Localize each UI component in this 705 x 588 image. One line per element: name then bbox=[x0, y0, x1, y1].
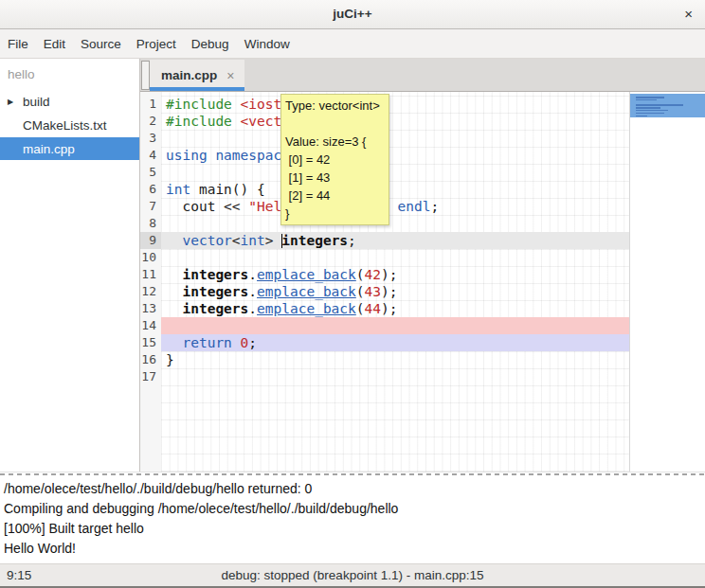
code-text[interactable]: integers.emplace_back(44); bbox=[161, 300, 629, 317]
code-token: 43 bbox=[365, 284, 381, 299]
expander-triangle-icon[interactable]: ▶ bbox=[0, 98, 23, 106]
line-number[interactable]: 17 bbox=[140, 368, 161, 385]
code-token: integers bbox=[182, 267, 248, 282]
minimap-code-line bbox=[636, 99, 657, 101]
line-number[interactable]: 14 bbox=[140, 317, 161, 334]
debug-value-tooltip: Type: vector<int>Value: size=3 { [0] = 4… bbox=[280, 94, 389, 225]
menu-item-debug[interactable]: Debug bbox=[184, 29, 237, 58]
code-token bbox=[166, 335, 182, 350]
line-number[interactable]: 3 bbox=[140, 130, 161, 147]
code-token: ); bbox=[381, 267, 397, 282]
line-number[interactable]: 4 bbox=[140, 147, 161, 164]
sidebar-item-cmakelists-txt[interactable]: CMakeLists.txt bbox=[0, 114, 139, 136]
menu-item-window[interactable]: Window bbox=[237, 29, 298, 58]
code-token: emplace_back bbox=[257, 301, 356, 316]
line-number[interactable]: 15 bbox=[140, 334, 161, 351]
code-token bbox=[232, 97, 241, 112]
pane-handle[interactable] bbox=[141, 61, 150, 90]
window-close-icon[interactable]: × bbox=[684, 0, 693, 28]
minimap[interactable] bbox=[630, 92, 705, 472]
terminal-line: Compiling and debugging /home/olece/test… bbox=[4, 499, 701, 519]
tooltip-line: [0] = 42 bbox=[285, 151, 385, 169]
code-text[interactable] bbox=[161, 164, 629, 181]
line-number[interactable]: 7 bbox=[140, 198, 161, 215]
code-text[interactable]: integers.emplace_back(43); bbox=[161, 283, 629, 300]
line-number[interactable]: 12 bbox=[140, 283, 161, 300]
code-text[interactable]: #include <iostream> bbox=[161, 96, 629, 113]
code-line-9[interactable]: 9 vector<int> integers; bbox=[140, 232, 629, 249]
code-token: ); bbox=[381, 301, 397, 316]
terminal-line: [100%] Built target hello bbox=[4, 519, 701, 539]
code-token: integers bbox=[281, 233, 348, 248]
code-token: main() { bbox=[190, 182, 265, 197]
line-number[interactable]: 9 bbox=[140, 232, 161, 249]
code-line-16[interactable]: 16} bbox=[140, 351, 629, 368]
minimap-viewport[interactable] bbox=[630, 94, 705, 117]
tooltip-line: Value: size=3 { bbox=[285, 133, 385, 151]
code-line-10[interactable]: 10 bbox=[140, 249, 629, 266]
code-line-14[interactable]: 14 bbox=[140, 317, 629, 334]
code-text[interactable]: int main() { bbox=[161, 181, 629, 198]
menu-item-file[interactable]: File bbox=[0, 29, 36, 58]
tab-close-icon[interactable]: × bbox=[226, 68, 234, 83]
code-text[interactable]: vector<int> integers; bbox=[161, 232, 629, 249]
code-text[interactable] bbox=[161, 249, 629, 266]
line-number[interactable]: 16 bbox=[140, 351, 161, 368]
code-text[interactable] bbox=[161, 317, 629, 334]
line-number[interactable]: 5 bbox=[140, 164, 161, 181]
tooltip-line bbox=[285, 115, 385, 133]
status-bar: 9:15 debug: stopped (breakpoint 1.1) - m… bbox=[0, 563, 705, 588]
code-token bbox=[166, 233, 182, 248]
terminal-line: /home/olece/test/hello/./build/debug/hel… bbox=[4, 479, 701, 499]
code-token: endl bbox=[397, 199, 430, 214]
tooltip-line: [2] = 44 bbox=[285, 187, 385, 205]
code-text[interactable]: #include <vector> bbox=[161, 113, 629, 130]
code-text[interactable]: using namespace std; bbox=[161, 147, 629, 164]
menu-bar: FileEditSourceProjectDebugWindow bbox=[0, 29, 705, 59]
code-line-13[interactable]: 13 integers.emplace_back(44); bbox=[140, 300, 629, 317]
active-tab-indicator bbox=[150, 87, 244, 91]
code-text[interactable]: return 0; bbox=[161, 334, 629, 351]
line-number[interactable]: 6 bbox=[140, 181, 161, 198]
code-token: ; bbox=[430, 199, 439, 214]
code-text[interactable]: } bbox=[161, 351, 629, 368]
sidebar-item-label: build bbox=[23, 95, 50, 109]
menu-item-edit[interactable]: Edit bbox=[36, 29, 73, 58]
code-token: 44 bbox=[365, 301, 381, 316]
code-token: 42 bbox=[365, 267, 381, 282]
code-editor[interactable]: 1#include <iostream>2#include <vector>34… bbox=[140, 92, 705, 472]
menu-item-source[interactable]: Source bbox=[73, 29, 129, 58]
sidebar-item-build[interactable]: ▶build bbox=[0, 90, 139, 113]
code-token bbox=[232, 335, 241, 350]
minimap-code-line bbox=[636, 110, 668, 112]
code-text[interactable] bbox=[161, 130, 629, 147]
line-number[interactable]: 11 bbox=[140, 266, 161, 283]
line-number[interactable]: 10 bbox=[140, 249, 161, 266]
minimap-code-line bbox=[636, 116, 647, 117]
code-text[interactable] bbox=[161, 215, 629, 232]
code-line-17[interactable]: 17 bbox=[140, 368, 629, 385]
code-text[interactable] bbox=[161, 368, 629, 385]
line-number[interactable]: 8 bbox=[140, 215, 161, 232]
code-token bbox=[166, 301, 182, 316]
line-number[interactable]: 2 bbox=[140, 113, 161, 130]
code-token: ; bbox=[248, 335, 257, 350]
code-line-15[interactable]: 15 return 0; bbox=[140, 334, 629, 351]
line-number[interactable]: 13 bbox=[140, 300, 161, 317]
code-line-11[interactable]: 11 integers.emplace_back(42); bbox=[140, 266, 629, 283]
terminal-output[interactable]: /home/olece/test/hello/./build/debug/hel… bbox=[0, 476, 705, 563]
code-text[interactable]: integers.emplace_back(42); bbox=[161, 266, 629, 283]
code-token: ( bbox=[356, 301, 365, 316]
file-tree-sidebar[interactable]: hello ▶buildCMakeLists.txtmain.cpp bbox=[0, 59, 140, 472]
code-token: #include bbox=[166, 114, 232, 129]
code-token: int bbox=[166, 182, 190, 197]
sidebar-item-main-cpp[interactable]: main.cpp bbox=[0, 137, 139, 160]
code-text[interactable]: cout << "Hello World!" << endl; bbox=[161, 198, 629, 215]
minimap-code-line bbox=[636, 97, 664, 98]
line-number[interactable]: 1 bbox=[140, 96, 161, 113]
sidebar-item-label: main.cpp bbox=[23, 142, 75, 156]
code-line-12[interactable]: 12 integers.emplace_back(43); bbox=[140, 283, 629, 300]
project-name-label: hello bbox=[0, 59, 139, 81]
menu-item-project[interactable]: Project bbox=[129, 29, 184, 58]
tab-label: main.cpp bbox=[161, 68, 217, 82]
